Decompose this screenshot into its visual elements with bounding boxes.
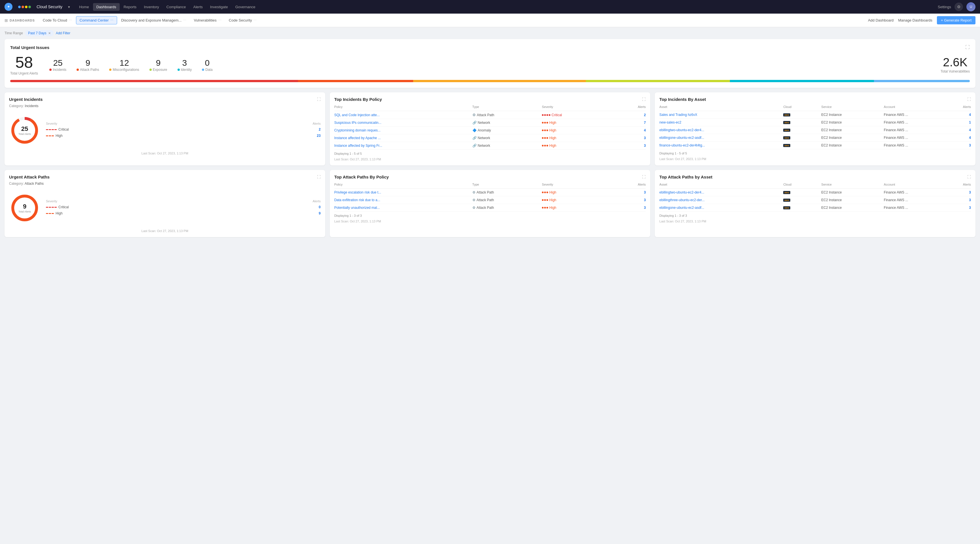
breakdown-exposure: 9 Exposure xyxy=(150,58,167,72)
table-row: new-sales-ec2 aws EC2 Instance Finance A… xyxy=(659,119,971,126)
nav-logo-icon: ✦ xyxy=(5,3,13,11)
nav-link-dashboards[interactable]: Dashboards xyxy=(93,3,120,11)
high-count[interactable]: 23 xyxy=(317,134,320,138)
tab-active-more-icon[interactable]: ⋯ xyxy=(110,18,113,22)
dashboards-label: ⊞ DASHBOARDS xyxy=(5,18,35,23)
donut-sub: Total Alerts xyxy=(18,210,31,213)
nav-link-inventory[interactable]: Inventory xyxy=(140,3,162,11)
nav-link-alerts[interactable]: Alerts xyxy=(190,3,206,11)
dashboard-tabs: Code To Cloud ⋯ Command Center ⋯ Discove… xyxy=(40,16,868,24)
filter-label: Time Range xyxy=(5,31,23,35)
tab-discovery[interactable]: Discovery and Exposure Managem... ⋯ xyxy=(118,16,190,24)
asset-link[interactable]: ebillingthree-ubuntu-ec2-der... xyxy=(659,198,782,202)
filter-chip-close[interactable]: ✕ xyxy=(48,32,51,35)
breakdown-num-exp: 9 xyxy=(150,58,167,68)
tapa-displaying: Displaying 1 - 3 of 3 xyxy=(659,214,971,217)
nav-link-governance[interactable]: Governance xyxy=(232,3,259,11)
generate-report-button[interactable]: + Generate Report xyxy=(937,16,975,24)
policy-link[interactable]: Cryptomining domain reques... xyxy=(334,128,471,132)
tab-code-to-cloud[interactable]: Code To Cloud ⋯ xyxy=(40,16,75,24)
table-row: ebillingone-ubuntu-ec2-asdf... aws EC2 I… xyxy=(659,134,971,142)
breakdown-label-id: Identity xyxy=(178,68,192,72)
ui-expand[interactable]: ⛶ xyxy=(317,97,321,102)
tapp-title: Top Attack Paths By Policy xyxy=(334,174,389,179)
filter-chip[interactable]: Past 7 Days ✕ xyxy=(25,30,54,36)
asset-link[interactable]: new-sales-ec2 xyxy=(659,121,782,124)
top-incidents-policy-card: Top Incidents By Policy ⛶ Policy Type Se… xyxy=(330,92,651,165)
nav-link-home[interactable]: Home xyxy=(76,3,92,11)
table-row: Instance affected by Spring Fr... 🔗 Netw… xyxy=(334,142,646,150)
policy-link[interactable]: Instance affected by Spring Fr... xyxy=(334,144,471,147)
nav-app-title: Cloud Security xyxy=(37,5,62,9)
tapa-header: Top Attack Paths by Asset ⛶ xyxy=(659,174,971,179)
ui-title: Urgent Incidents xyxy=(9,97,43,102)
ui-header: Urgent Incidents ⛶ xyxy=(9,97,321,102)
tia-displaying: Displaying 1 - 5 of 5 xyxy=(659,152,971,155)
urgent-expand-icon[interactable]: ⛶ xyxy=(965,45,970,50)
tab-command-center[interactable]: Command Center ⋯ xyxy=(76,16,118,24)
breakdown-num-ap: 9 xyxy=(76,58,99,68)
policy-link[interactable]: SQL and Code Injection atte... xyxy=(334,113,471,117)
breakdown-label-data: Data xyxy=(202,68,212,72)
tab-code-security[interactable]: Code Security ⋯ xyxy=(226,16,260,24)
critical-count[interactable]: 2 xyxy=(319,127,321,132)
tapp-header: Top Attack Paths By Policy ⛶ xyxy=(334,174,646,179)
avatar[interactable]: U xyxy=(966,2,975,11)
wiz-logo xyxy=(18,6,31,8)
add-dashboard-link[interactable]: Add Dashboard xyxy=(868,18,894,22)
policy-link[interactable]: Potentially unauthorized mal... xyxy=(334,206,471,210)
table-row: Sales and Trading hz6vX aws EC2 Instance… xyxy=(659,111,971,119)
nav-link-compliance[interactable]: Compliance xyxy=(163,3,189,11)
nav-dropdown-icon[interactable]: ▾ xyxy=(68,5,70,9)
tab-cs-more-icon[interactable]: ⋯ xyxy=(253,18,257,22)
tip-expand[interactable]: ⛶ xyxy=(642,97,646,102)
nav-link-reports[interactable]: Reports xyxy=(120,3,140,11)
main-content: Total Urgent Issues ⛶ 58 Total Urgent Al… xyxy=(0,39,980,246)
dashboard-bar: ⊞ DASHBOARDS Code To Cloud ⋯ Command Cen… xyxy=(0,14,980,27)
tab-more-icon[interactable]: ⋯ xyxy=(69,18,72,22)
breakdown-label-mc: Misconfigurations xyxy=(109,68,139,72)
breakdown-num-data: 0 xyxy=(202,58,212,68)
policy-link[interactable]: Suspicious IPs communicatin... xyxy=(334,121,471,125)
breakdown-attack-paths: 9 Attack Paths xyxy=(76,58,99,72)
asset-link[interactable]: Sales and Trading hz6vX xyxy=(659,113,782,117)
asset-link[interactable]: finance-ubuntu-ec2-der4t4tg... xyxy=(659,143,782,147)
vuln-total-label: Total Vulnerabilities xyxy=(940,70,970,73)
gear-icon[interactable]: ⚙ xyxy=(955,3,963,11)
uap-last-scan: Last Scan: Oct 27, 2023, 1:13 PM xyxy=(9,229,321,233)
policy-link[interactable]: Data exfiltration risk due to a... xyxy=(334,198,471,202)
breakdown-data: 0 Data xyxy=(202,58,212,72)
donut-number: 9 xyxy=(18,203,31,210)
sev-high-row: High 9 xyxy=(46,210,321,216)
breakdown-misconfigs: 12 Misconfigurations xyxy=(109,58,139,72)
asset-link[interactable]: ebillingone-ubuntu-ec2-asdf... xyxy=(659,206,782,210)
top-incidents-asset-card: Top Incidents By Asset ⛶ Asset Cloud Ser… xyxy=(655,92,975,165)
tia-expand[interactable]: ⛶ xyxy=(967,97,971,102)
table-row: Potentially unauthorized mal... ⚙ Attack… xyxy=(334,204,646,212)
tab-vuln-more-icon[interactable]: ⋯ xyxy=(218,18,221,22)
policy-link[interactable]: Privilege escalation risk due t... xyxy=(334,190,471,194)
breakdown-num-mc: 12 xyxy=(109,58,139,68)
add-filter-button[interactable]: Add Filter xyxy=(56,31,70,35)
tab-disc-more-icon[interactable]: ⋯ xyxy=(183,18,186,22)
asset-link[interactable]: ebillingtwo-ubuntu-ec2-der4... xyxy=(659,128,782,132)
manage-dashboards-link[interactable]: Manage Dashboards xyxy=(898,18,932,22)
tapp-expand[interactable]: ⛶ xyxy=(642,175,646,179)
donut-sub: Total Alerts xyxy=(18,133,31,135)
urgent-total-block: 58 Total Urgent Alerts xyxy=(10,54,38,75)
tip-table: Policy Type Severity Alerts SQL and Code… xyxy=(334,104,646,155)
tapa-expand[interactable]: ⛶ xyxy=(967,175,971,179)
policy-link[interactable]: Instance affected by Apache ... xyxy=(334,136,471,140)
urgent-attack-paths-card: Urgent Attack Paths ⛶ Category: Attack P… xyxy=(5,170,325,237)
tapp-displaying: Displaying 1 - 3 of 3 xyxy=(334,214,646,217)
tab-vulnerabilities[interactable]: Vulnerabilities ⋯ xyxy=(190,16,224,24)
tia-header: Top Incidents By Asset ⛶ xyxy=(659,97,971,102)
tip-title: Top Incidents By Policy xyxy=(334,97,382,102)
table-row: Cryptomining domain reques... 🔷 Anomaly … xyxy=(334,127,646,134)
uap-expand[interactable]: ⛶ xyxy=(317,175,321,179)
nav-link-investigate[interactable]: Investigate xyxy=(207,3,231,11)
asset-link[interactable]: ebillingone-ubuntu-ec2-asdf... xyxy=(659,136,782,140)
grid-icon: ⊞ xyxy=(5,18,8,23)
settings-text[interactable]: Settings xyxy=(938,5,951,9)
asset-link[interactable]: ebillingtwo-ubuntu-ec2-der4... xyxy=(659,190,782,194)
